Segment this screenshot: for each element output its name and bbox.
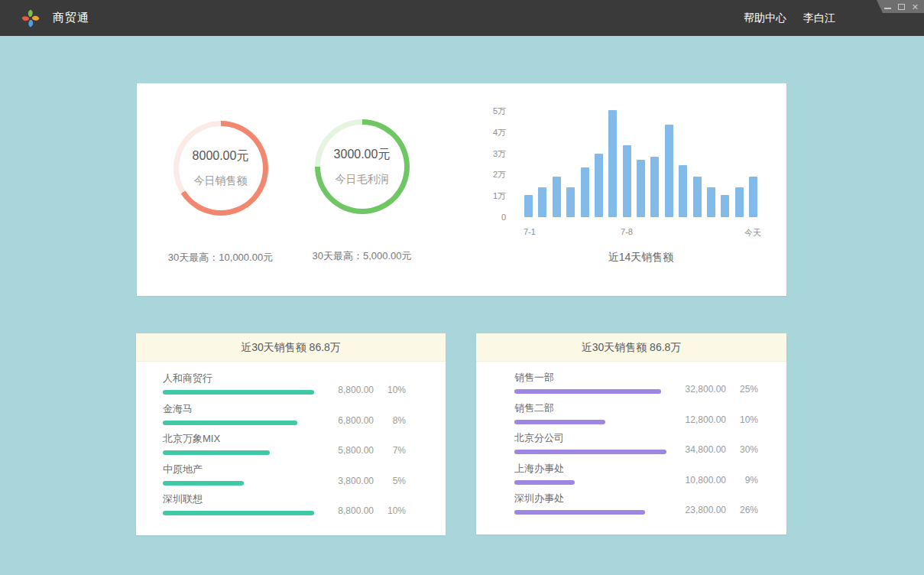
chart-x-axis: 7-1 7-8 今天 — [524, 227, 757, 238]
item-values: 10,800.009% — [679, 475, 758, 486]
item-name: 销售二部 — [514, 401, 758, 414]
y-axis-tick: 4万 — [493, 126, 506, 138]
list-item: 深圳联想8,800.0010% — [163, 492, 406, 523]
item-name: 金海马 — [163, 402, 406, 415]
item-amount: 32,800.00 — [679, 384, 726, 395]
item-percent: 10% — [735, 414, 758, 425]
item-percent: 5% — [383, 476, 406, 486]
list-item: 中原地产3,800.005% — [163, 463, 406, 493]
item-values: 8,800.0010% — [326, 385, 406, 395]
chart-bar — [608, 110, 617, 217]
item-values: 5,800.007% — [326, 445, 406, 456]
chart-bar — [637, 160, 645, 217]
item-name: 上海办事处 — [514, 462, 758, 475]
customer-panel-title: 近30天销售额 86.8万 — [136, 333, 446, 362]
item-progress-bar — [163, 481, 244, 486]
x-axis-tick: 7-8 — [621, 227, 633, 236]
list-item: 销售二部12,800.0010% — [514, 401, 758, 432]
customer-list: 人和商贸行8,800.0010%金海马6,800.008%北京万象MIX5,80… — [136, 362, 446, 523]
list-item: 销售一部32,800.0025% — [514, 371, 758, 401]
help-center-link[interactable]: 帮助中心 — [744, 11, 786, 25]
y-axis-tick: 3万 — [493, 148, 506, 159]
item-values: 8,800.0010% — [326, 505, 406, 516]
chart-bar — [679, 165, 687, 217]
item-progress-bar — [163, 450, 270, 455]
item-percent: 8% — [383, 415, 406, 426]
item-values: 3,800.005% — [326, 476, 406, 486]
chart-bar — [581, 167, 589, 217]
chart-bar — [707, 187, 715, 217]
item-percent: 10% — [383, 385, 406, 395]
chart-bar — [553, 177, 561, 217]
item-amount: 23,800.00 — [679, 505, 726, 515]
item-values: 6,800.008% — [326, 415, 406, 426]
today-sales-card: 8000.00元 今日销售额 30天最高：10,000.00元 — [150, 121, 291, 265]
item-percent: 7% — [383, 445, 406, 456]
item-progress-bar — [514, 450, 666, 454]
item-progress-bar — [514, 510, 645, 515]
department-sales-panel: 近30天销售额 86.8万 销售一部32,800.0025%销售二部12,800… — [476, 333, 786, 534]
today-sales-label: 今日销售额 — [194, 174, 248, 188]
department-panel-title: 近30天销售额 86.8万 — [476, 333, 786, 362]
chart-bar — [693, 177, 702, 217]
today-profit-ring-chart: 3000.00元 今日毛利润 — [315, 119, 410, 214]
app-title: 商贸通 — [53, 11, 89, 25]
item-amount: 5,800.00 — [326, 445, 374, 456]
item-amount: 8,800.00 — [326, 505, 374, 516]
item-name: 深圳办事处 — [514, 492, 758, 505]
item-amount: 8,800.00 — [326, 385, 374, 395]
user-menu[interactable]: 李白江 — [803, 11, 835, 25]
item-amount: 6,800.00 — [326, 415, 374, 426]
x-axis-tick: 今天 — [744, 227, 761, 239]
chart-bar — [735, 187, 744, 217]
item-progress-bar — [163, 511, 314, 515]
item-progress-bar — [514, 420, 605, 424]
chart-bar — [566, 187, 575, 217]
chart-bar — [595, 154, 603, 217]
item-name: 人和商贸行 — [163, 372, 406, 385]
chart-bar — [721, 195, 729, 217]
item-amount: 12,800.00 — [679, 414, 726, 425]
chart-y-axis: 5万4万3万2万1万0 — [473, 111, 506, 218]
y-axis-tick: 1万 — [493, 190, 506, 202]
item-values: 23,800.0026% — [679, 505, 758, 515]
list-item: 深圳办事处23,800.0026% — [514, 492, 758, 522]
chart-bar — [524, 195, 533, 217]
list-item: 北京万象MIX5,800.007% — [163, 432, 406, 463]
list-item: 人和商贸行8,800.0010% — [163, 372, 406, 402]
today-profit-label: 今日毛利润 — [336, 173, 389, 187]
today-sales-30d-max: 30天最高：10,000.00元 — [168, 251, 273, 265]
item-values: 32,800.0025% — [679, 384, 758, 395]
chart-plot — [524, 111, 757, 217]
department-list: 销售一部32,800.0025%销售二部12,800.0010%北京分公司34,… — [476, 362, 786, 522]
item-name: 北京万象MIX — [163, 432, 406, 445]
y-axis-tick: 0 — [501, 213, 506, 222]
window-controls: ✕ — [877, 0, 924, 13]
app-logo-pinwheel-icon — [21, 8, 41, 28]
today-profit-30d-max: 30天最高：5,000.00元 — [312, 249, 411, 263]
chart-bar — [623, 145, 631, 218]
item-percent: 9% — [735, 475, 758, 486]
item-amount: 3,800.00 — [326, 476, 374, 486]
minimize-icon[interactable] — [884, 5, 891, 9]
item-percent: 25% — [735, 384, 758, 395]
today-sales-value: 8000.00元 — [193, 148, 249, 164]
close-icon[interactable]: ✕ — [912, 4, 919, 10]
item-progress-bar — [163, 390, 314, 395]
app-window: 商贸通 帮助中心 李白江 ✕ 8000.00元 今日销售额 30天最高：10,0… — [0, 0, 924, 575]
list-item: 北京分公司34,800.0030% — [514, 431, 758, 462]
x-axis-tick: 7-1 — [524, 227, 536, 236]
item-percent: 26% — [735, 505, 758, 515]
y-axis-tick: 2万 — [493, 169, 506, 180]
item-percent: 10% — [383, 505, 406, 516]
item-progress-bar — [514, 480, 575, 485]
item-percent: 30% — [735, 444, 758, 455]
customer-sales-panel: 近30天销售额 86.8万 人和商贸行8,800.0010%金海马6,800.0… — [136, 333, 446, 535]
chart-title: 近14天销售额 — [524, 251, 757, 265]
today-profit-value: 3000.00元 — [334, 147, 391, 163]
item-values: 34,800.0030% — [679, 444, 758, 455]
today-sales-ring-chart: 8000.00元 今日销售额 — [173, 121, 268, 216]
item-progress-bar — [514, 389, 661, 394]
maximize-icon[interactable] — [898, 4, 905, 10]
item-name: 北京分公司 — [514, 431, 758, 444]
